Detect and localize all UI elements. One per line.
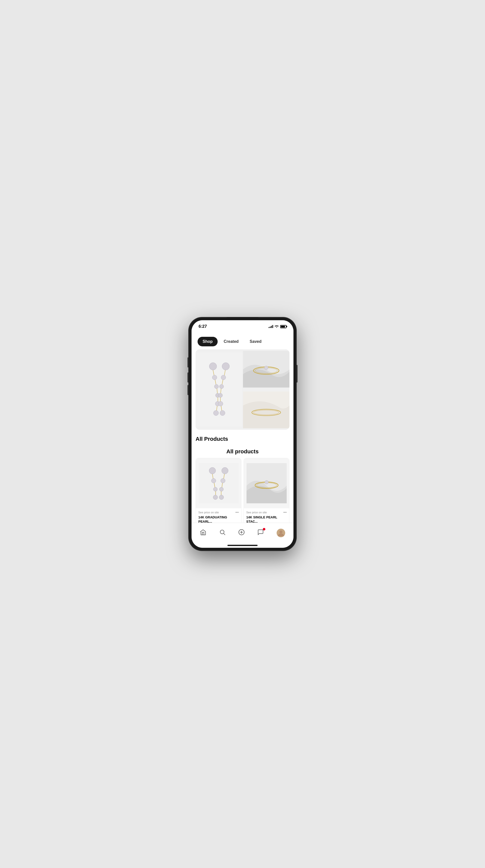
svg-point-44 <box>219 487 223 491</box>
more-btn-1[interactable]: ··· <box>235 510 239 515</box>
status-bar: 6:27 <box>192 320 293 333</box>
section-heading: All products <box>192 444 293 458</box>
svg-point-14 <box>221 375 226 380</box>
add-icon <box>238 529 245 537</box>
screen-content[interactable]: Shop Created Saved <box>192 333 293 523</box>
svg-line-52 <box>223 533 225 535</box>
svg-point-16 <box>219 384 224 389</box>
nav-home[interactable] <box>196 527 211 539</box>
showcase-grid <box>196 349 289 430</box>
svg-point-39 <box>213 495 218 500</box>
svg-point-37 <box>214 487 217 491</box>
home-icon <box>200 529 206 537</box>
product-info-2: See price on site ··· 14K SINGLE PEARL S… <box>244 508 289 523</box>
tab-created[interactable]: Created <box>219 337 244 346</box>
signal-icon <box>269 325 273 328</box>
messages-badge <box>263 528 265 530</box>
bottom-nav <box>192 523 293 543</box>
nav-add[interactable] <box>234 527 249 539</box>
svg-point-20 <box>218 401 223 406</box>
svg-rect-32 <box>199 463 239 503</box>
price-label-1: See price on site <box>198 511 219 514</box>
svg-point-51 <box>220 530 224 534</box>
showcase-cell-bottom-right[interactable] <box>243 390 289 430</box>
battery-icon <box>280 325 286 328</box>
product-card-1[interactable]: See price on site ··· 14K GRADUATING PEA… <box>196 458 241 523</box>
home-indicator <box>192 543 293 548</box>
showcase-container <box>192 349 293 432</box>
svg-point-1 <box>209 363 217 370</box>
products-grid: See price on site ··· 14K GRADUATING PEA… <box>192 458 293 523</box>
svg-point-12 <box>222 363 229 370</box>
svg-point-40 <box>222 467 228 474</box>
nav-profile[interactable] <box>272 527 289 539</box>
profile-avatar <box>277 529 285 537</box>
tab-shop[interactable]: Shop <box>198 337 218 346</box>
status-icons <box>269 325 286 329</box>
home-bar <box>227 545 258 546</box>
product-title-2: 14K SINGLE PEARL STAC... <box>246 516 287 523</box>
nav-messages[interactable] <box>253 527 268 539</box>
all-products-heading: All Products <box>192 432 293 444</box>
svg-point-18 <box>218 393 223 398</box>
svg-point-57 <box>280 530 283 533</box>
search-icon <box>219 529 226 537</box>
price-label-2: See price on site <box>246 511 267 514</box>
status-time: 6:27 <box>199 324 207 329</box>
product-card-2[interactable]: See price on site ··· 14K SINGLE PEARL S… <box>244 458 289 523</box>
svg-point-5 <box>215 384 219 389</box>
showcase-cell-top-right[interactable] <box>243 349 289 389</box>
svg-point-3 <box>213 375 217 380</box>
phone-screen: 6:27 Shop <box>192 320 293 548</box>
svg-point-26 <box>264 366 268 370</box>
svg-rect-0 <box>196 352 242 427</box>
svg-point-50 <box>265 480 268 484</box>
product-image-2 <box>244 458 289 508</box>
svg-point-46 <box>219 495 224 500</box>
wifi-icon <box>274 325 279 329</box>
svg-point-11 <box>214 410 218 415</box>
nav-search[interactable] <box>215 527 230 539</box>
product-price-row-1: See price on site ··· <box>198 510 239 515</box>
more-btn-2[interactable]: ··· <box>283 510 287 515</box>
svg-point-42 <box>221 478 225 483</box>
tab-saved[interactable]: Saved <box>245 337 267 346</box>
product-title-1: 14K GRADUATING PEARL... <box>198 516 239 523</box>
tab-selector: Shop Created Saved <box>192 333 293 349</box>
product-price-row-2: See price on site ··· <box>246 510 287 515</box>
svg-point-33 <box>209 467 216 474</box>
showcase-cell-large[interactable] <box>196 349 242 430</box>
product-image-1 <box>196 458 241 508</box>
phone-frame: 6:27 Shop <box>189 317 296 551</box>
svg-point-22 <box>220 410 225 415</box>
svg-point-35 <box>212 478 216 483</box>
product-info-1: See price on site ··· 14K GRADUATING PEA… <box>196 508 241 523</box>
